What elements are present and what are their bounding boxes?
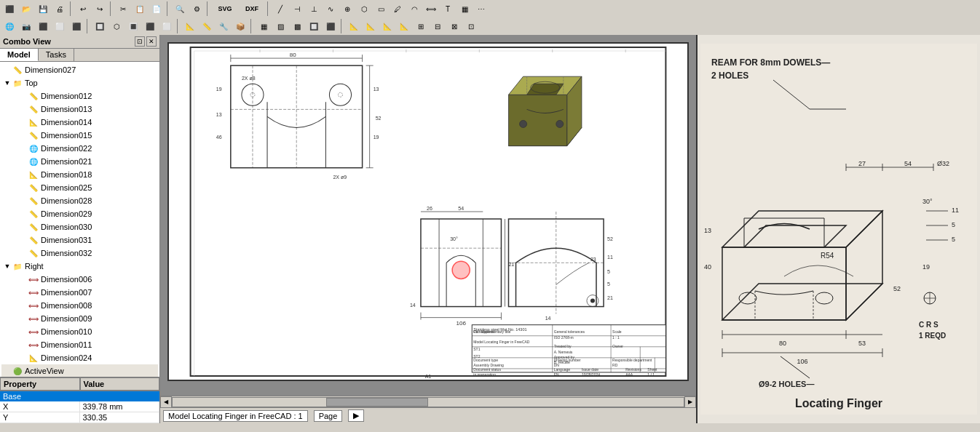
r2-btn15[interactable]: ▦ [256, 18, 272, 34]
r2-btn11[interactable]: 📐 [182, 18, 198, 34]
circle-btn[interactable]: ⊕ [339, 1, 355, 17]
expand-icon-dim011 [19, 340, 28, 349]
expand-icon-dim006 [19, 275, 28, 284]
line-btn[interactable]: ╱ [272, 1, 288, 17]
r2-btn5[interactable]: ⬛ [68, 18, 84, 34]
svg-text:11: 11 [607, 255, 613, 260]
rect-btn[interactable]: ▭ [373, 1, 389, 17]
h-scrollbar-thumb[interactable] [326, 398, 428, 407]
tree-item-dim021[interactable]: 🌐 Dimension021 [1, 155, 158, 168]
tree-item-dim012[interactable]: 📏 Dimension012 [1, 89, 158, 103]
tree-item-dim028[interactable]: 📏 Dimension028 [1, 194, 158, 207]
h-scrollbar-track[interactable] [172, 397, 684, 407]
print-btn[interactable]: 🖨 [52, 1, 68, 17]
r2-btn1[interactable]: 🌐 [1, 18, 17, 34]
expand-icon-dim021 [19, 157, 28, 166]
tab-tasks[interactable]: Tasks [39, 49, 74, 61]
r2-btn3[interactable]: ⬛ [35, 18, 51, 34]
scroll-right-btn[interactable]: ▶ [684, 396, 696, 408]
expand-icon-dim028 [19, 196, 28, 205]
r2-btn17[interactable]: ▩ [289, 18, 305, 34]
tree-item-dim011[interactable]: ⟺ Dimension011 [1, 338, 158, 351]
r2-btn18[interactable]: 🔲 [306, 18, 322, 34]
open-btn[interactable]: 📂 [18, 1, 34, 17]
h-scrollbar[interactable]: ◀ ▶ [160, 396, 696, 407]
r2-btn19[interactable]: ⬛ [323, 18, 339, 34]
tree-item-dim032[interactable]: 📏 Dimension032 [1, 247, 158, 260]
panel-float-btn[interactable]: ⊡ [135, 36, 145, 47]
tabs-row: Model Tasks [0, 49, 159, 62]
tree-item-dim008[interactable]: ⟺ Dimension008 [1, 299, 158, 312]
tree-item-dim022[interactable]: 🌐 Dimension022 [1, 142, 158, 155]
hatch-btn[interactable]: ▦ [457, 1, 473, 17]
r2-btn14[interactable]: 📦 [232, 18, 248, 34]
r2-btn4[interactable]: ⬜ [52, 18, 68, 34]
svg-text:10/28/2024: 10/28/2024 [582, 372, 600, 377]
svg-text:Model Locating Finger in FreeC: Model Locating Finger in FreeCAD [473, 340, 530, 344]
drawing-canvas[interactable]: Cit. supplementary title Model Locating … [160, 35, 696, 396]
tree-item-dim007[interactable]: ⟺ Dimension007 [1, 286, 158, 299]
r2-btn24[interactable]: ⊞ [413, 18, 429, 34]
tree-item-right[interactable]: ▼ 📁 Right [1, 260, 158, 273]
paste-btn[interactable]: 📄 [149, 1, 165, 17]
tree-item-dim031[interactable]: 📏 Dimension031 [1, 233, 158, 247]
r2-btn16[interactable]: ▨ [272, 18, 288, 34]
panel-close-btn[interactable]: ✕ [146, 36, 157, 47]
dim-btn[interactable]: ⟺ [423, 1, 439, 17]
arc-btn[interactable]: ◠ [406, 1, 422, 17]
page-nav-btn[interactable]: ▶ [348, 409, 364, 422]
r2-btn2[interactable]: 📷 [18, 18, 34, 34]
r2-btn8[interactable]: 🔳 [125, 18, 141, 34]
curve-btn[interactable]: ∿ [323, 1, 339, 17]
r2-btn20[interactable]: 📐 [346, 18, 362, 34]
r2-btn25[interactable]: ⊟ [430, 18, 446, 34]
tree-item-dim027[interactable]: 📏 Dimension027 [1, 63, 158, 76]
r2-btn12[interactable]: 📏 [199, 18, 215, 34]
tree-item-dim006[interactable]: ⟺ Dimension006 [1, 273, 158, 286]
settings-btn[interactable]: ⚙ [189, 1, 205, 17]
text-btn[interactable]: T [440, 1, 456, 17]
tree-item-dim029[interactable]: 📏 Dimension029 [1, 207, 158, 220]
dxf-icon-btn[interactable]: DXF [239, 1, 265, 17]
path-btn[interactable]: 🖊 [390, 1, 406, 17]
r2-btn13[interactable]: 🔧 [216, 18, 232, 34]
r2-btn23[interactable]: 📐 [396, 18, 412, 34]
tree-item-dim018[interactable]: 📐 Dimension018 [1, 168, 158, 181]
hline-btn[interactable]: ⊣ [289, 1, 305, 17]
r2-btn26[interactable]: ⊠ [446, 18, 462, 34]
scroll-left-btn[interactable]: ◀ [160, 396, 172, 408]
r2-btn21[interactable]: 📐 [363, 18, 379, 34]
cut-btn[interactable]: ✂ [115, 1, 131, 17]
tree-area[interactable]: 📏 Dimension027 ▼ 📁 Top 📏 Dimension012 📏 … [0, 62, 159, 377]
r2-btn9[interactable]: ⬛ [142, 18, 158, 34]
label-dim024: Dimension024 [41, 353, 92, 362]
tree-item-dim013[interactable]: 📏 Dimension013 [1, 103, 158, 116]
r2-btn10[interactable]: ⬜ [159, 18, 175, 34]
r2-btn6[interactable]: 🔲 [92, 18, 108, 34]
prop-x-value: 339.78 mm [80, 401, 160, 412]
vline-btn[interactable]: ⊥ [306, 1, 322, 17]
zoom-btn[interactable]: 🔍 [172, 1, 188, 17]
svg-icon-btn[interactable]: SVG [212, 1, 238, 17]
tree-item-activeview[interactable]: 🟢 ActiveView [1, 364, 158, 377]
polygon-btn[interactable]: ⬡ [356, 1, 372, 17]
tree-item-top[interactable]: ▼ 📁 Top [1, 76, 158, 89]
save-btn[interactable]: 💾 [35, 1, 51, 17]
r2-btn7[interactable]: ⬡ [108, 18, 125, 34]
r2-btn27[interactable]: ⊡ [463, 18, 479, 34]
tree-item-dim030[interactable]: 📏 Dimension030 [1, 220, 158, 233]
copy-btn[interactable]: 📋 [132, 1, 148, 17]
tree-item-dim014[interactable]: 📐 Dimension014 [1, 116, 158, 129]
r2-btn22[interactable]: 📐 [379, 18, 395, 34]
redo-btn[interactable]: ↪ [92, 1, 108, 17]
tree-item-dim025[interactable]: 📏 Dimension025 [1, 181, 158, 194]
tree-item-dim009[interactable]: ⟺ Dimension009 [1, 312, 158, 325]
dim-icon-024: 📐 [28, 352, 39, 364]
undo-btn[interactable]: ↩ [75, 1, 91, 17]
tree-item-dim024[interactable]: 📐 Dimension024 [1, 351, 158, 364]
tree-item-dim010[interactable]: ⟺ Dimension010 [1, 325, 158, 338]
tree-item-dim015[interactable]: 📏 Dimension015 [1, 129, 158, 142]
tab-model[interactable]: Model [0, 49, 39, 61]
new-btn[interactable]: ⬛ [1, 1, 17, 17]
more-btn[interactable]: ⋯ [473, 1, 489, 17]
